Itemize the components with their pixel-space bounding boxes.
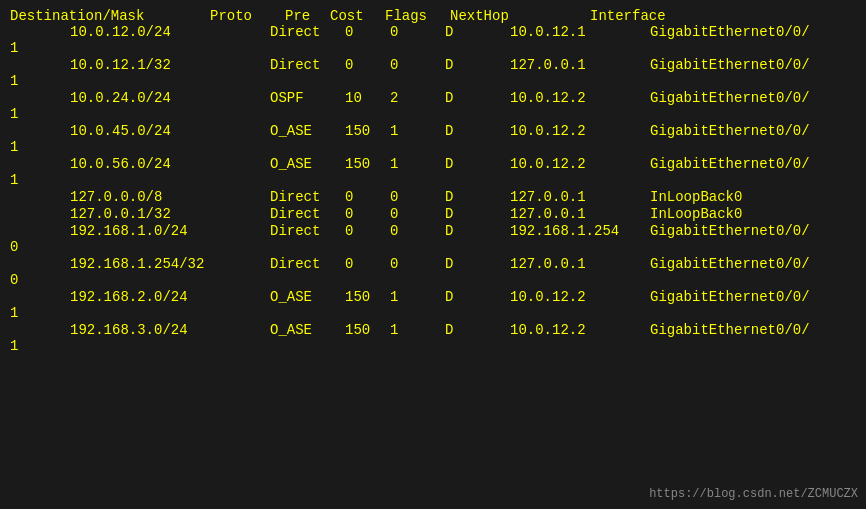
header-interface: Interface (590, 8, 856, 24)
table-row: 127.0.0.1/32 Direct 0 0 D 127.0.0.1 InLo… (10, 206, 856, 222)
cell-interface: GigabitEthernet0/0/ (650, 156, 856, 172)
cell-nexthop: 192.168.1.254 (510, 223, 650, 239)
cell-pre: 0 (345, 223, 390, 239)
cell-dest: 10.0.12.0/24 (70, 24, 270, 40)
table-row: 192.168.3.0/24 O_ASE 150 1 D 10.0.12.2 G… (10, 322, 856, 354)
routes-container: 10.0.12.0/24 Direct 0 0 D 10.0.12.1 Giga… (10, 24, 856, 354)
cell-interface: GigabitEthernet0/0/ (650, 90, 856, 106)
cell-cost: 1 (390, 289, 445, 305)
cell-cost: 0 (390, 189, 445, 205)
cell-pre: 10 (345, 90, 390, 106)
cell-nexthop: 127.0.0.1 (510, 256, 650, 272)
cell-flags: D (445, 206, 510, 222)
cell-flags: D (445, 289, 510, 305)
cell-nexthop: 10.0.12.2 (510, 322, 650, 338)
cell-pre: 0 (345, 206, 390, 222)
cell-pre: 0 (345, 57, 390, 73)
cell-proto: OSPF (270, 90, 345, 106)
cell-interface: InLoopBack0 (650, 189, 856, 205)
cell-nexthop: 10.0.12.2 (510, 156, 650, 172)
cell-proto: O_ASE (270, 322, 345, 338)
cell-nexthop: 10.0.12.2 (510, 123, 650, 139)
cell-pre: 150 (345, 123, 390, 139)
cell-nexthop: 10.0.12.2 (510, 90, 650, 106)
cell-proto: O_ASE (270, 289, 345, 305)
cell-interface: InLoopBack0 (650, 206, 856, 222)
cell-interface: GigabitEthernet0/0/ (650, 223, 856, 239)
cell-interface: GigabitEthernet0/0/ (650, 24, 856, 40)
cell-cost: 1 (390, 322, 445, 338)
cell-flags: D (445, 156, 510, 172)
cell-flags: D (445, 322, 510, 338)
header-nexthop: NextHop (450, 8, 590, 24)
cell-cost: 0 (390, 223, 445, 239)
table-row: 10.0.45.0/24 O_ASE 150 1 D 10.0.12.2 Gig… (10, 123, 856, 155)
table-row: 10.0.56.0/24 O_ASE 150 1 D 10.0.12.2 Gig… (10, 156, 856, 188)
cell-dest: 192.168.2.0/24 (70, 289, 270, 305)
cell-interface: GigabitEthernet0/0/ (650, 123, 856, 139)
table-row: 192.168.2.0/24 O_ASE 150 1 D 10.0.12.2 G… (10, 289, 856, 321)
interface-continuation: 1 (10, 106, 856, 122)
cell-flags: D (445, 256, 510, 272)
cell-cost: 2 (390, 90, 445, 106)
header-proto: Proto (210, 8, 285, 24)
interface-continuation: 1 (10, 172, 856, 188)
cell-nexthop: 127.0.0.1 (510, 206, 650, 222)
cell-flags: D (445, 189, 510, 205)
header-cost: Cost (330, 8, 385, 24)
cell-pre: 150 (345, 289, 390, 305)
cell-cost: 1 (390, 123, 445, 139)
cell-dest: 10.0.45.0/24 (70, 123, 270, 139)
cell-cost: 0 (390, 206, 445, 222)
header-pre: Pre (285, 8, 330, 24)
routing-table: Destination/Mask Proto Pre Cost Flags Ne… (10, 8, 856, 354)
interface-continuation: 1 (10, 139, 856, 155)
cell-proto: O_ASE (270, 156, 345, 172)
cell-dest: 127.0.0.0/8 (70, 189, 270, 205)
cell-proto: Direct (270, 57, 345, 73)
cell-proto: Direct (270, 256, 345, 272)
table-header: Destination/Mask Proto Pre Cost Flags Ne… (10, 8, 856, 24)
cell-nexthop: 10.0.12.2 (510, 289, 650, 305)
cell-interface: GigabitEthernet0/0/ (650, 322, 856, 338)
header-flags: Flags (385, 8, 450, 24)
cell-proto: Direct (270, 189, 345, 205)
table-row: 10.0.24.0/24 OSPF 10 2 D 10.0.12.2 Gigab… (10, 90, 856, 122)
table-row: 10.0.12.1/32 Direct 0 0 D 127.0.0.1 Giga… (10, 57, 856, 89)
cell-proto: O_ASE (270, 123, 345, 139)
cell-flags: D (445, 57, 510, 73)
cell-dest: 192.168.1.254/32 (70, 256, 270, 272)
watermark: https://blog.csdn.net/ZCMUCZX (649, 487, 858, 501)
cell-pre: 0 (345, 24, 390, 40)
cell-flags: D (445, 90, 510, 106)
table-row: 10.0.12.0/24 Direct 0 0 D 10.0.12.1 Giga… (10, 24, 856, 56)
cell-nexthop: 127.0.0.1 (510, 57, 650, 73)
cell-flags: D (445, 24, 510, 40)
cell-proto: Direct (270, 24, 345, 40)
table-row: 192.168.1.254/32 Direct 0 0 D 127.0.0.1 … (10, 256, 856, 288)
table-row: 127.0.0.0/8 Direct 0 0 D 127.0.0.1 InLoo… (10, 189, 856, 205)
cell-pre: 150 (345, 156, 390, 172)
cell-flags: D (445, 223, 510, 239)
cell-proto: Direct (270, 206, 345, 222)
interface-continuation: 0 (10, 239, 856, 255)
cell-dest: 10.0.56.0/24 (70, 156, 270, 172)
cell-cost: 0 (390, 24, 445, 40)
cell-dest: 10.0.24.0/24 (70, 90, 270, 106)
cell-pre: 0 (345, 256, 390, 272)
cell-dest: 10.0.12.1/32 (70, 57, 270, 73)
interface-continuation: 1 (10, 305, 856, 321)
cell-interface: GigabitEthernet0/0/ (650, 256, 856, 272)
table-row: 192.168.1.0/24 Direct 0 0 D 192.168.1.25… (10, 223, 856, 255)
cell-interface: GigabitEthernet0/0/ (650, 57, 856, 73)
interface-continuation: 1 (10, 40, 856, 56)
cell-cost: 0 (390, 57, 445, 73)
cell-pre: 150 (345, 322, 390, 338)
cell-cost: 0 (390, 256, 445, 272)
cell-proto: Direct (270, 223, 345, 239)
header-dest: Destination/Mask (10, 8, 210, 24)
cell-dest: 192.168.1.0/24 (70, 223, 270, 239)
cell-cost: 1 (390, 156, 445, 172)
interface-continuation: 1 (10, 338, 856, 354)
interface-continuation: 1 (10, 73, 856, 89)
